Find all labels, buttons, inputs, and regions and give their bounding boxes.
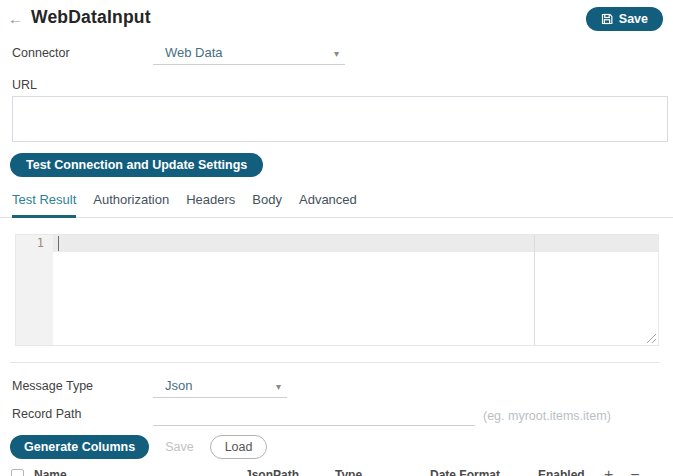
column-header-dateformat: Date Format [430, 468, 538, 476]
message-type-select-value: Json [165, 378, 192, 393]
editor-divider [534, 235, 535, 345]
editor-active-line [16, 235, 658, 252]
tab-headers[interactable]: Headers [186, 188, 235, 218]
save-icon [601, 13, 613, 25]
generate-columns-button[interactable]: Generate Columns [10, 435, 149, 459]
tab-bar: Test Result Authorization Headers Body A… [0, 188, 673, 218]
tab-body[interactable]: Body [252, 188, 282, 218]
save-button[interactable]: Save [586, 7, 663, 31]
column-header-name: Name [34, 468, 245, 476]
record-path-input[interactable] [153, 406, 475, 426]
message-type-label: Message Type [12, 379, 153, 398]
url-label: URL [12, 78, 663, 92]
url-block: URL [0, 78, 673, 142]
column-header-type: Type [335, 468, 430, 476]
tab-advanced[interactable]: Advanced [299, 188, 357, 218]
chevron-down-icon: ▾ [334, 49, 339, 60]
editor-cursor [58, 236, 59, 251]
test-connection-button[interactable]: Test Connection and Update Settings [10, 153, 263, 177]
chevron-down-icon: ▾ [276, 382, 281, 393]
message-type-row: Message Type Json ▾ [0, 378, 673, 398]
editor-line-number: 1 [16, 235, 53, 252]
select-all-checkbox[interactable] [11, 469, 24, 476]
record-path-label: Record Path [12, 407, 153, 426]
titlebar: ← WebDataInput Save [0, 0, 673, 31]
connector-select-value: Web Data [165, 45, 223, 60]
back-icon[interactable]: ← [8, 9, 23, 26]
tab-test-result[interactable]: Test Result [12, 188, 76, 218]
page-title: WebDataInput [31, 7, 151, 28]
connector-row: Connector Web Data ▾ [0, 45, 673, 65]
url-textarea[interactable] [12, 96, 668, 142]
remove-column-icon[interactable]: − [630, 467, 639, 476]
connector-select[interactable]: Web Data ▾ [153, 45, 345, 65]
column-header-jsonpath: JsonPath [245, 468, 335, 476]
load-columns-button[interactable]: Load [210, 435, 268, 459]
tab-authorization[interactable]: Authorization [93, 188, 169, 218]
add-column-icon[interactable]: + [604, 467, 613, 476]
record-path-hint: (eg. myroot.items.item) [483, 409, 611, 426]
test-result-editor[interactable]: 1 [15, 234, 659, 346]
save-button-label: Save [619, 12, 648, 26]
message-type-select[interactable]: Json ▾ [153, 378, 287, 398]
record-path-row: Record Path (eg. myroot.items.item) [0, 406, 673, 426]
columns-table-header: Name JsonPath Type Date Format Enabled +… [0, 467, 659, 476]
column-header-enabled: Enabled [538, 468, 585, 476]
connector-label: Connector [12, 46, 153, 65]
editor-gutter: 1 [16, 235, 53, 345]
save-columns-button: Save [157, 435, 202, 459]
actions-row: Generate Columns Save Load [10, 435, 673, 459]
resize-handle-icon[interactable] [645, 332, 656, 343]
section-divider [10, 362, 659, 363]
